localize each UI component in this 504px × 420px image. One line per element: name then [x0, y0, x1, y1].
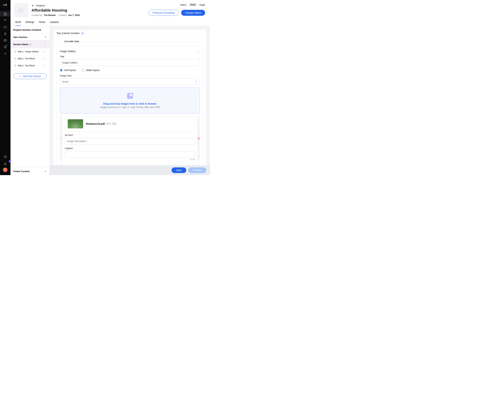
tabs: Build Settings Share Updates [11, 18, 210, 26]
lock-icon [44, 36, 47, 39]
nav-mail-icon[interactable] [0, 38, 11, 43]
user-avatar[interactable] [3, 167, 8, 172]
svg-rect-6 [45, 37, 46, 38]
sidebar-heading: Project Section Content [11, 26, 49, 34]
page-meta: Created by: Tim Booker · Created: Jun 7,… [31, 14, 145, 17]
file-name: fileName123.pdf [86, 122, 105, 125]
tab-updates[interactable]: Updates [50, 21, 59, 26]
reorder-handle[interactable] [60, 116, 62, 161]
notification-badge: ✕ [9, 160, 11, 163]
sidebar-hero-section[interactable]: Hero Section [11, 34, 49, 40]
drag-handle-icon[interactable]: ⋮⋮ [42, 57, 47, 60]
status-badge: Draft [189, 3, 197, 6]
content-card: Two Column Content i COLUMN ONE Image Ga… [53, 30, 206, 175]
delete-file-button[interactable] [197, 116, 200, 161]
caption-input[interactable] [65, 151, 195, 158]
status-label: Status [180, 4, 186, 6]
radio-slider-layout[interactable]: Slider layout [82, 69, 100, 71]
file-item-0: fileName123.pdf (415 KB) Alt Text* Capti… [60, 116, 200, 161]
sidebar-col-item-1[interactable]: COL 1 Text Block ⋮⋮ [11, 55, 49, 62]
breadcrumb-label: Projects [36, 4, 45, 7]
arrow-left-icon [31, 4, 34, 7]
image-size-label: Image Size [60, 74, 200, 77]
sidebar-footer-content[interactable]: Footer Content [11, 167, 49, 175]
image-dropzone[interactable]: Drag and drop images here or click to br… [60, 88, 200, 113]
nav-bell-icon[interactable]: ✕ [0, 161, 11, 166]
file-thumbnail [68, 119, 83, 128]
svg-point-9 [129, 94, 130, 95]
align-left-icon [14, 57, 17, 60]
sidebar-col-item-2[interactable]: COL 2 Text Block ⋮⋮ [11, 62, 49, 69]
chevron-right-icon [44, 170, 47, 173]
app-logo: LA [4, 3, 7, 6]
save-button[interactable]: Save [172, 167, 186, 173]
column-label: COLUMN ONE [64, 40, 79, 42]
project-thumbnail [14, 3, 28, 18]
nav-folder-icon[interactable] [0, 24, 11, 30]
alt-text-input[interactable] [65, 138, 195, 144]
nav-dashboard-icon[interactable] [0, 18, 11, 23]
tab-share[interactable]: Share [39, 21, 45, 26]
sidebar-col-item-0[interactable]: COL 1 Image Gallery ⋮⋮ [11, 48, 49, 55]
nav-rail: LA ✕ [0, 0, 11, 175]
section-sidebar: Project Section Content Hero Section Sec… [11, 26, 50, 175]
image-size-select[interactable]: Small [60, 78, 200, 85]
notification-dot [6, 45, 7, 46]
align-left-icon [14, 64, 17, 67]
nav-help-icon[interactable] [0, 154, 11, 160]
tab-build[interactable]: Build [15, 21, 21, 26]
preview-button[interactable]: Preview [188, 167, 206, 173]
stage-label[interactable]: Stage [199, 4, 205, 6]
info-icon[interactable]: i [81, 32, 84, 35]
align-left-icon [14, 50, 17, 53]
nav-ideas-icon[interactable] [0, 31, 11, 36]
title-input[interactable] [60, 59, 200, 66]
chevron-down-icon [195, 80, 198, 83]
tab-settings[interactable]: Settings [25, 21, 34, 26]
plus-icon [19, 75, 22, 77]
title-label: Title [60, 55, 200, 58]
nav-home-icon[interactable] [0, 11, 11, 17]
alt-text-label: Alt Text* [65, 134, 195, 136]
page-header: Projects Affordable Housing Created by: … [11, 0, 210, 18]
premium-consulting-button[interactable]: Premium Consulting [149, 10, 179, 16]
kebab-icon[interactable]: ⋮ [44, 42, 47, 46]
image-upload-icon [126, 93, 134, 100]
caption-label: Caption [65, 147, 195, 150]
breadcrumb[interactable]: Projects [31, 4, 145, 7]
file-size: (415 KB) [106, 122, 117, 125]
kebab-icon[interactable]: ⋮ [197, 49, 200, 53]
nav-clipboard-icon[interactable] [0, 44, 11, 50]
add-section-button[interactable]: Add New Section [13, 73, 47, 79]
drag-handle-icon[interactable]: ⋮⋮ [42, 64, 47, 67]
nav-add-icon[interactable] [0, 51, 11, 57]
page-title: Affordable Housing [31, 8, 145, 13]
caption-char-count: 0/ 80 [65, 158, 195, 161]
trash-icon [197, 137, 200, 140]
action-bar: Save Preview [50, 165, 210, 175]
card-title: Two Column Content [57, 32, 79, 35]
content-area: Two Column Content i COLUMN ONE Image Ga… [50, 26, 210, 175]
radio-grid-layout[interactable]: Grid layout [60, 69, 76, 71]
gallery-section-title: Image Gallery [60, 50, 76, 53]
sidebar-section-name[interactable]: Section Name [2] ⋮ [11, 40, 49, 48]
svg-rect-8 [128, 93, 133, 98]
drag-handle-icon[interactable]: ⋮⋮ [42, 50, 47, 53]
svg-rect-1 [5, 46, 6, 48]
change-status-button[interactable]: Change Status [181, 10, 205, 16]
